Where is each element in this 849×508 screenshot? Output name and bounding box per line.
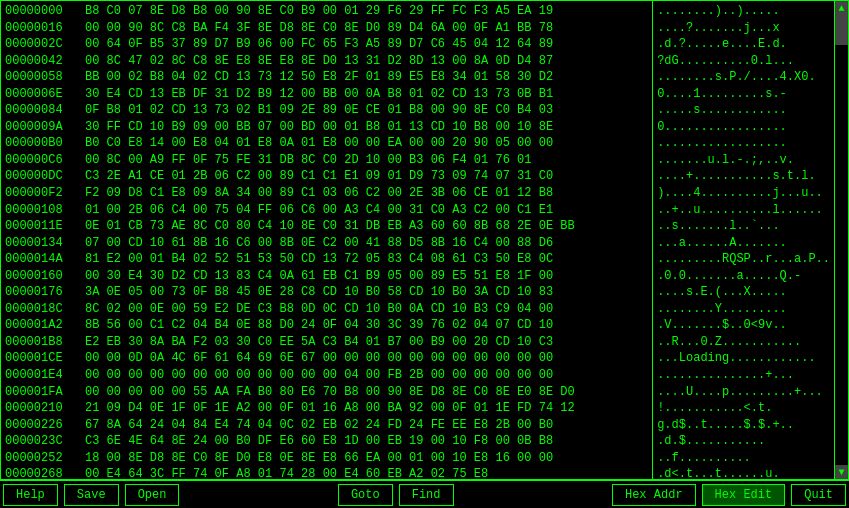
find-button[interactable]: Find <box>399 484 454 506</box>
quit-button[interactable]: Quit <box>791 484 846 506</box>
hex-column: B8 C0 07 8E D8 B8 00 90 8E C0 B9 00 01 2… <box>81 1 652 479</box>
hex-view: 00000000 00000016 0000002C 00000042 0000… <box>0 0 849 480</box>
save-button[interactable]: Save <box>64 484 119 506</box>
address-column: 00000000 00000016 0000002C 00000042 0000… <box>1 1 81 479</box>
help-button[interactable]: Help <box>3 484 58 506</box>
scrollbar-up-button[interactable]: ▲ <box>835 1 849 15</box>
scrollbar-down-button[interactable]: ▼ <box>835 465 849 479</box>
scrollbar-thumb[interactable] <box>835 15 849 45</box>
hex-content: 00000000 00000016 0000002C 00000042 0000… <box>1 1 834 479</box>
goto-button[interactable]: Goto <box>338 484 393 506</box>
main-container: 00000000 00000016 0000002C 00000042 0000… <box>0 0 849 508</box>
scrollbar-track[interactable] <box>835 15 849 465</box>
toolbar: Help Save Open Goto Find Hex Addr Hex Ed… <box>0 480 849 508</box>
open-button[interactable]: Open <box>125 484 180 506</box>
toolbar-right: Hex Addr Hex Edit Quit <box>609 482 849 508</box>
hex-edit-button[interactable]: Hex Edit <box>702 484 786 506</box>
hex-addr-button[interactable]: Hex Addr <box>612 484 696 506</box>
scrollbar: ▲ ▼ <box>834 1 848 479</box>
ascii-column: ........)..)..... ....?.......j...x .d.?… <box>652 1 834 479</box>
